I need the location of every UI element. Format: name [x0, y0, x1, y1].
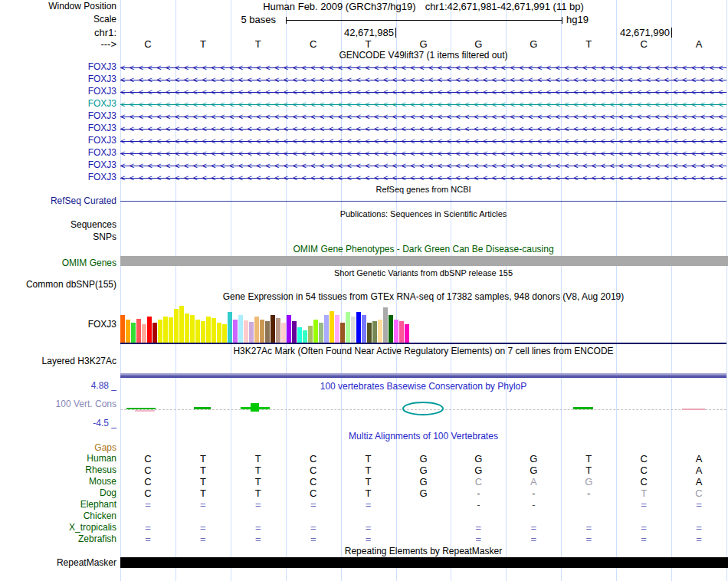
gene-transcript[interactable]: <<<<<<<<<<<<<<<<<<<<<<<<<<<<<<<<<<<<<<<<… [120, 111, 726, 122]
gtex-expression-bar[interactable] [217, 323, 221, 343]
gtex-expression-bar[interactable] [201, 321, 205, 343]
gtex-expression-bar[interactable] [152, 323, 157, 343]
gtex-expression-bar[interactable] [222, 324, 227, 343]
gtex-expression-bar[interactable] [147, 317, 152, 343]
gtex-expression-bar[interactable] [319, 323, 323, 343]
gtex-expression-bar[interactable] [308, 326, 313, 343]
species-label[interactable]: Chicken [0, 511, 116, 521]
gtex-expression-bar[interactable] [297, 327, 302, 343]
gtex-expression-bar[interactable] [174, 309, 179, 343]
gtex-expression-bar[interactable] [185, 313, 189, 343]
gtex-expression-bar[interactable] [292, 321, 297, 343]
phylop-signal[interactable] [573, 407, 593, 409]
gtex-expression-bar[interactable] [378, 320, 382, 343]
gtex-expression-bar[interactable] [233, 320, 238, 343]
species-label[interactable]: Elephant [0, 500, 116, 510]
gtex-expression-bar[interactable] [163, 317, 168, 343]
refseq-curated-label[interactable]: RefSeq Curated [0, 196, 116, 206]
gene-transcript-label[interactable]: FOXJ3 [0, 111, 116, 121]
gtex-expression-bar[interactable] [394, 320, 398, 343]
gene-transcript[interactable]: <<<<<<<<<<<<<<<<<<<<<<<<<<<<<<<<<<<<<<<<… [120, 136, 726, 146]
species-label[interactable]: Human [0, 454, 116, 464]
h3k27ac-label[interactable]: Layered H3K27Ac [0, 356, 116, 366]
gtex-expression-bar[interactable] [330, 311, 334, 343]
gtex-expression-bar[interactable] [238, 315, 243, 343]
repeatmasker-track[interactable] [120, 557, 728, 568]
gtex-expression-bar[interactable] [356, 312, 361, 343]
gtex-expression-bar[interactable] [206, 317, 211, 343]
gtex-expression-bar[interactable] [340, 323, 345, 343]
gtex-expression-bar[interactable] [212, 318, 216, 343]
publications-snps-label[interactable]: SNPs [0, 232, 116, 242]
species-label[interactable]: Mouse [0, 477, 116, 487]
gtex-expression-bar[interactable] [158, 320, 162, 343]
gtex-expression-bar[interactable] [405, 324, 409, 343]
gtex-expression-bar[interactable] [190, 315, 195, 343]
gene-transcript[interactable]: <<<<<<<<<<<<<<<<<<<<<<<<<<<<<<<<<<<<<<<<… [120, 148, 726, 159]
gtex-expression-bar[interactable] [254, 317, 259, 343]
species-label[interactable]: Zebrafish [0, 534, 116, 544]
gene-transcript-label[interactable]: FOXJ3 [0, 62, 116, 72]
gtex-expression-bar[interactable] [287, 315, 291, 343]
gtex-expression-bar[interactable] [313, 320, 318, 343]
gtex-expression-bar[interactable] [228, 312, 232, 343]
gene-transcript[interactable]: <<<<<<<<<<<<<<<<<<<<<<<<<<<<<<<<<<<<<<<<… [120, 87, 726, 97]
h3k27ac-track[interactable] [120, 373, 726, 378]
gtex-expression-bar[interactable] [136, 319, 141, 343]
gene-transcript[interactable]: <<<<<<<<<<<<<<<<<<<<<<<<<<<<<<<<<<<<<<<<… [120, 74, 726, 85]
gtex-expression-bar[interactable] [195, 320, 200, 343]
gtex-expression-bar[interactable] [351, 317, 356, 343]
gtex-expression-bar[interactable] [169, 317, 173, 343]
omim-genes-track[interactable] [120, 256, 728, 266]
phylop-signal[interactable] [682, 409, 705, 410]
gene-transcript[interactable]: <<<<<<<<<<<<<<<<<<<<<<<<<<<<<<<<<<<<<<<<… [120, 99, 726, 110]
repeatmasker-label[interactable]: RepeatMasker [0, 558, 116, 568]
gtex-expression-bar[interactable] [260, 320, 264, 343]
gene-transcript-label[interactable]: FOXJ3 [0, 160, 116, 170]
multiz-gaps-label[interactable]: Gaps [0, 443, 116, 453]
phylop-signal[interactable] [194, 407, 211, 409]
publications-sequences-label[interactable]: Sequences [0, 220, 116, 230]
phylop-label[interactable]: 100 Vert. Cons [0, 399, 116, 409]
gene-transcript-label[interactable]: FOXJ3 [0, 136, 116, 146]
gtex-expression-bar[interactable] [271, 315, 275, 343]
species-label[interactable]: Rhesus [0, 465, 116, 475]
gtex-expression-bar[interactable] [303, 330, 307, 343]
gtex-expression-bar[interactable] [372, 321, 377, 343]
gene-transcript[interactable]: <<<<<<<<<<<<<<<<<<<<<<<<<<<<<<<<<<<<<<<<… [120, 62, 726, 73]
gtex-expression-bar[interactable] [281, 323, 286, 343]
refseq-curated-track[interactable] [120, 201, 726, 202]
gene-transcript-label[interactable]: FOXJ3 [0, 87, 116, 97]
gtex-expression-bar[interactable] [179, 306, 184, 343]
gtex-expression-bar[interactable] [389, 315, 393, 343]
phylop-ellipse-mark[interactable] [401, 400, 445, 417]
gtex-expression-bar[interactable] [335, 315, 339, 343]
gene-transcript-label[interactable]: FOXJ3 [0, 74, 116, 84]
dbsnp-label[interactable]: Common dbSNP(155) [0, 280, 116, 290]
gtex-expression-bar[interactable] [276, 318, 280, 343]
species-label[interactable]: X_tropicalis [0, 523, 116, 533]
gene-transcript-label[interactable]: FOXJ3 [0, 99, 116, 109]
gtex-expression-bar[interactable] [142, 324, 146, 343]
gtex-expression-bar[interactable] [120, 315, 125, 343]
gtex-expression-bar[interactable] [383, 307, 388, 343]
gtex-expression-bar[interactable] [346, 312, 350, 343]
gtex-gene-label[interactable]: FOXJ3 [0, 320, 116, 330]
omim-genes-label[interactable]: OMIM Genes [0, 258, 116, 268]
gtex-expression-bar[interactable] [324, 315, 329, 343]
phylop-signal[interactable] [126, 408, 156, 409]
species-label[interactable]: Dog [0, 488, 116, 498]
gtex-expression-bar[interactable] [244, 320, 248, 343]
gene-transcript[interactable]: <<<<<<<<<<<<<<<<<<<<<<<<<<<<<<<<<<<<<<<<… [120, 172, 726, 183]
gtex-expression-bar[interactable] [367, 323, 372, 343]
phylop-signal[interactable] [135, 410, 155, 412]
gtex-expression-bar[interactable] [126, 320, 130, 343]
gene-transcript-label[interactable]: FOXJ3 [0, 123, 116, 133]
gene-transcript[interactable]: <<<<<<<<<<<<<<<<<<<<<<<<<<<<<<<<<<<<<<<<… [120, 160, 726, 171]
gtex-expression-bar[interactable] [265, 321, 270, 343]
phylop-signal[interactable] [251, 403, 259, 412]
gtex-expression-bar[interactable] [131, 323, 136, 343]
gtex-expression-bar[interactable] [249, 322, 254, 343]
gene-transcript[interactable]: <<<<<<<<<<<<<<<<<<<<<<<<<<<<<<<<<<<<<<<<… [120, 123, 726, 134]
gtex-expression-bar[interactable] [399, 321, 404, 343]
